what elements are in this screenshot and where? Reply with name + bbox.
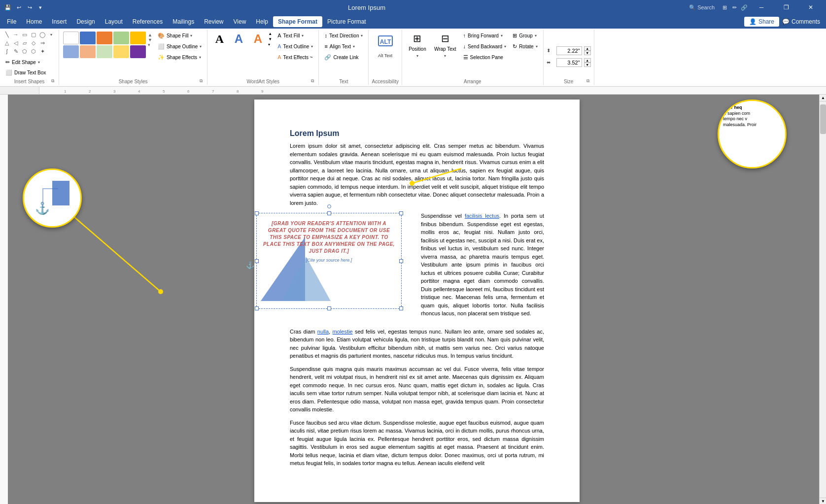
accessibility-label: Accessibility: [372, 77, 398, 84]
shape-outline-button[interactable]: ⬜ Shape Outline ▾: [155, 41, 204, 51]
vertical-scrollbar[interactable]: ▲ ▼: [819, 95, 826, 504]
text-effects-button[interactable]: A Text Effects ~: [275, 52, 315, 62]
width-down[interactable]: ▼: [584, 63, 591, 67]
comments-button[interactable]: 💬 Comments: [782, 18, 820, 25]
star-tool[interactable]: ✦: [38, 47, 46, 55]
minimize-button[interactable]: ─: [750, 0, 773, 15]
wordart-style-2[interactable]: A: [230, 31, 247, 47]
create-link-button[interactable]: 🔗 Create Link: [322, 52, 365, 62]
scroll-down-button[interactable]: ▼: [820, 498, 826, 504]
menu-mailings[interactable]: Mailings: [168, 16, 199, 27]
ribbon-display-icon[interactable]: ⊞: [721, 3, 728, 11]
wrap-text-button[interactable]: ⊟ Wrap Text ▾: [431, 31, 459, 60]
send-backward-button[interactable]: ↓ Send Backward ▾: [461, 41, 509, 51]
pull-quote-textbox[interactable]: [GRAB YOUR READER'S ATTENTION WITH A GRE…: [256, 213, 402, 309]
save-icon[interactable]: 💾: [4, 3, 12, 11]
style-scroll[interactable]: ▲ ▼ ▾: [148, 31, 152, 49]
edit-shape-icon: ✏: [5, 59, 10, 66]
hexagon-tool[interactable]: ⬡: [30, 47, 37, 55]
menu-design[interactable]: Design: [71, 16, 100, 27]
wordart-expand[interactable]: ⧉: [310, 78, 315, 84]
search-bar[interactable]: 🔍 Search: [689, 4, 715, 11]
wordart-style-3[interactable]: A: [249, 31, 267, 47]
curve-tool[interactable]: ∫: [3, 47, 11, 55]
height-down[interactable]: ▼: [584, 51, 591, 55]
rect-tool[interactable]: ▭: [21, 31, 29, 38]
menu-help[interactable]: Help: [251, 16, 273, 27]
hyperlink-molestie[interactable]: molestie: [333, 329, 353, 335]
handle-br[interactable]: [399, 306, 403, 310]
more-shapes[interactable]: ▾: [47, 31, 55, 38]
align-text-button[interactable]: ≡ Align Text ▾: [322, 41, 365, 51]
rotate-button[interactable]: ↻ Rotate ▾: [510, 41, 540, 51]
handle-bm[interactable]: [327, 306, 331, 310]
menu-references[interactable]: References: [128, 16, 168, 27]
arrow2-tool[interactable]: ⇒: [38, 39, 46, 47]
handle-bl[interactable]: [255, 306, 259, 310]
text-fill-button[interactable]: A Text Fill ▾: [275, 31, 315, 40]
height-input[interactable]: [556, 46, 582, 55]
size-expand[interactable]: ⧉: [585, 78, 591, 84]
selection-pane-button[interactable]: ☰ Selection Pane: [461, 52, 509, 62]
edit-shape-button[interactable]: ✏ Edit Shape ▾: [3, 57, 56, 67]
scroll-thumb[interactable]: [820, 104, 826, 134]
shape-effects-button[interactable]: ✨ Shape Effects ▾: [155, 52, 204, 62]
menu-view[interactable]: View: [229, 16, 251, 27]
parallelogram-tool[interactable]: ▱: [21, 39, 29, 47]
share-icon[interactable]: 🔗: [740, 3, 748, 11]
text-direction-button[interactable]: ↕ Text Direction ▾: [322, 31, 365, 40]
width-input[interactable]: [556, 58, 582, 67]
width-up[interactable]: ▲: [584, 58, 591, 63]
text-outline-button[interactable]: A Text Outline ▾: [275, 41, 315, 51]
scroll-area[interactable]: [GRAB YOUR READER'S ATTENTION WITH A GRE…: [8, 95, 826, 504]
shape-style-1[interactable]: [80, 32, 96, 44]
close-button[interactable]: ✕: [799, 0, 822, 15]
menu-home[interactable]: Home: [21, 16, 47, 27]
menu-layout[interactable]: Layout: [100, 16, 128, 27]
shape-style-6[interactable]: [80, 45, 96, 58]
shape-style-7[interactable]: [97, 45, 112, 58]
shape-style-3[interactable]: [113, 32, 129, 44]
draw-text-box-button[interactable]: ⬜ Draw Text Box: [3, 67, 56, 77]
bring-forward-button[interactable]: ↑ Bring Forward ▾: [461, 31, 509, 40]
freeform-tool[interactable]: ✎: [12, 47, 20, 55]
rounded-rect-tool[interactable]: ▢: [30, 31, 37, 38]
menu-file[interactable]: File: [2, 16, 21, 27]
height-up[interactable]: ▲: [584, 46, 591, 51]
line-tool[interactable]: ╲: [3, 31, 11, 38]
undo-icon[interactable]: ↩: [15, 3, 23, 11]
shape-style-0[interactable]: [63, 32, 79, 44]
rhombus-tool[interactable]: ◇: [30, 39, 37, 47]
shape-style-9[interactable]: [130, 45, 146, 58]
shape-style-2[interactable]: [97, 32, 112, 44]
alt-text-button[interactable]: ALT Alt Text: [374, 31, 397, 60]
group-button[interactable]: ⊞ Group ▾: [510, 31, 540, 40]
shape-style-4[interactable]: [130, 32, 146, 44]
rotate-handle[interactable]: [327, 204, 331, 208]
restore-button[interactable]: ❐: [775, 0, 797, 15]
circle-tool[interactable]: ◯: [38, 31, 46, 38]
position-button[interactable]: ⊞ Position ▾: [405, 31, 430, 60]
menu-insert[interactable]: Insert: [47, 16, 71, 27]
insert-shapes-expand[interactable]: ⧉: [50, 78, 56, 84]
shape-fill-button[interactable]: 🎨 Shape Fill ▾: [155, 31, 204, 40]
hyperlink-facilisis[interactable]: facilisis lectus: [465, 213, 499, 219]
shape-style-5[interactable]: [63, 45, 79, 58]
redo-icon[interactable]: ↪: [26, 3, 34, 11]
customize-icon[interactable]: ▾: [36, 3, 44, 11]
rtriangle-tool[interactable]: ◁: [12, 39, 20, 47]
wordart-scroll[interactable]: ▲ ▼ ▾: [268, 32, 272, 47]
pen-icon[interactable]: ✏: [730, 3, 738, 11]
menu-review[interactable]: Review: [199, 16, 228, 27]
shape-styles-expand[interactable]: ⧉: [198, 78, 204, 84]
menu-shape-format[interactable]: Shape Format: [273, 16, 322, 27]
wordart-style-1[interactable]: A: [210, 31, 228, 47]
arrow-tool[interactable]: →: [12, 31, 20, 38]
shape-style-8[interactable]: [113, 45, 129, 58]
menu-picture-format[interactable]: Picture Format: [322, 16, 371, 27]
share-button[interactable]: 👤 Share: [744, 17, 779, 27]
hyperlink-nulla[interactable]: nulla: [317, 329, 329, 335]
triangle-tool[interactable]: △: [3, 39, 11, 47]
pentagon-tool[interactable]: ⬠: [21, 47, 29, 55]
scroll-up-button[interactable]: ▲: [820, 95, 826, 101]
